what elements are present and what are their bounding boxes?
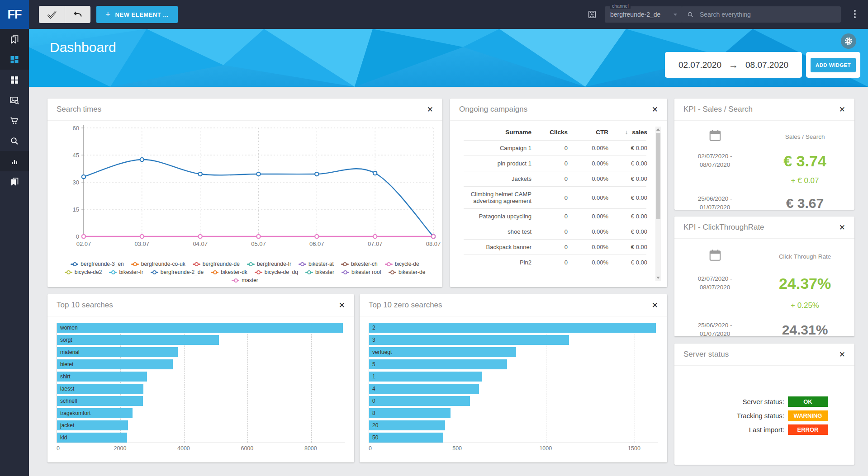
- add-widget-button[interactable]: ADD WIDGET: [811, 58, 856, 72]
- undo-button[interactable]: [65, 6, 90, 23]
- svg-text:05.07: 05.07: [251, 240, 266, 247]
- bar-row: sorgt: [57, 335, 345, 345]
- legend-item[interactable]: bergfreunde-2_de: [151, 269, 204, 275]
- close-icon[interactable]: ✕: [339, 302, 345, 309]
- close-icon[interactable]: ✕: [839, 224, 845, 231]
- more-options-icon[interactable]: [852, 10, 858, 19]
- widget-ongoing-campaigns: Ongoing campaigns ✕ Surname Clicks CTR ↓…: [450, 99, 667, 287]
- sidebar-item-library[interactable]: [0, 171, 29, 192]
- bar: 20: [369, 420, 445, 430]
- col-sales[interactable]: ↓ sales: [608, 126, 647, 140]
- table-cell: € 0.00: [608, 224, 647, 239]
- legend-label: master: [242, 277, 258, 283]
- widget-top-10-zero-searches: Top 10 zero searches ✕ 23verfuegt5140820…: [360, 294, 667, 462]
- search-times-legend: bergfreunde-3_enbergfreunde-co-ukbergfre…: [47, 259, 442, 283]
- table-row: shoe test00.00%€ 0.00: [464, 224, 646, 239]
- legend-marker: [71, 264, 78, 265]
- status-row: Last import:ERROR: [701, 424, 828, 435]
- table-scrollbar[interactable]: [655, 127, 661, 281]
- sidebar-item-pages[interactable]: [0, 29, 29, 49]
- close-icon[interactable]: ✕: [839, 351, 845, 358]
- legend-item[interactable]: bikester-ch: [341, 261, 378, 267]
- legend-item[interactable]: bergfreunde-de: [193, 261, 240, 267]
- app-logo[interactable]: FF: [0, 0, 29, 29]
- bar-row: 3: [369, 335, 658, 345]
- legend-item[interactable]: bikester-at: [299, 261, 334, 267]
- table-cell: Jackets: [464, 171, 531, 186]
- legend-item[interactable]: bergfreunde-co-uk: [131, 261, 185, 267]
- svg-text:06.07: 06.07: [309, 240, 324, 247]
- global-search: [681, 6, 841, 23]
- legend-item[interactable]: bergfreunde-3_en: [71, 261, 123, 267]
- sidebar-item-analytics[interactable]: [0, 151, 29, 171]
- legend-label: bikester-at: [308, 261, 334, 267]
- settings-button[interactable]: [841, 33, 856, 49]
- date-range-picker[interactable]: 02.07.2020 → 08.07.2020: [665, 52, 802, 78]
- close-icon[interactable]: ✕: [839, 106, 845, 113]
- delta-value: + 0.25%: [791, 301, 819, 310]
- status-label: Server status:: [701, 398, 788, 405]
- table-cell: 0: [531, 171, 568, 186]
- legend-marker: [232, 280, 239, 281]
- page-header: Dashboard 02.07.2020 → 08.07.2020 ADD WI…: [29, 29, 868, 87]
- col-ctr[interactable]: CTR: [568, 126, 608, 140]
- legend-item[interactable]: bikester-fr: [109, 269, 143, 275]
- table-row: Jackets00.00%€ 0.00: [464, 171, 646, 186]
- table-cell: 0: [531, 209, 568, 224]
- widget-server-status: Server status ✕ Server status:OKTracking…: [674, 344, 854, 465]
- current-range: 02/07/2020 - 08/07/2020: [698, 275, 732, 292]
- sidebar-item-search[interactable]: [0, 131, 29, 151]
- svg-text:08.07: 08.07: [426, 240, 441, 247]
- sidebar-item-merchandising[interactable]: [0, 110, 29, 131]
- sidebar-item-image-search[interactable]: [0, 90, 29, 110]
- legend-marker: [131, 264, 139, 265]
- legend-item[interactable]: master: [232, 277, 258, 283]
- bar-row: bietet: [57, 359, 345, 369]
- status-row: Tracking status:WARNING: [701, 410, 828, 421]
- bar-row: 50: [369, 433, 658, 443]
- bar: 4: [369, 384, 479, 394]
- close-icon[interactable]: ✕: [652, 302, 658, 309]
- bar: sorgt: [57, 335, 219, 345]
- bar: laesst: [57, 384, 143, 394]
- legend-item[interactable]: bikester roof: [342, 269, 381, 275]
- scroll-down-icon[interactable]: [656, 277, 660, 279]
- svg-text:0: 0: [76, 233, 79, 240]
- table-cell: Campaign 1: [464, 141, 531, 156]
- table-row: Climbing helmet CAMP advertising agreeme…: [464, 186, 646, 208]
- legend-item[interactable]: bicycle-de_dq: [255, 269, 298, 275]
- axis-tick-label: 8000: [304, 445, 317, 452]
- widget-title: Ongoing campaigns: [459, 105, 527, 114]
- new-element-button[interactable]: + NEW ELEMENT ...: [96, 6, 178, 23]
- close-icon[interactable]: ✕: [652, 106, 658, 113]
- widget-title: Top 10 zero searches: [369, 301, 442, 310]
- legend-item[interactable]: bikester-dk: [211, 269, 247, 275]
- channel-select[interactable]: channel bergfreunde-2_de: [605, 6, 683, 23]
- table-cell: 0: [531, 240, 568, 254]
- bar: 5: [369, 359, 507, 369]
- apply-changes-button[interactable]: [39, 6, 65, 23]
- legend-label: bicycle-de_dq: [265, 269, 298, 275]
- table-cell: € 0.00: [608, 187, 647, 208]
- bar-label: 3: [369, 337, 375, 343]
- legend-item[interactable]: bicycle-de: [385, 261, 419, 267]
- legend-item[interactable]: bicycle-de2: [65, 269, 102, 275]
- close-icon[interactable]: ✕: [427, 106, 433, 113]
- scrollbar-thumb[interactable]: [656, 133, 660, 219]
- scroll-up-icon[interactable]: [656, 128, 660, 131]
- col-surname[interactable]: Surname: [464, 126, 531, 140]
- col-clicks[interactable]: Clicks: [531, 126, 568, 140]
- axis-tick-label: 500: [452, 445, 462, 452]
- legend-item[interactable]: bikester: [305, 269, 334, 275]
- legend-item[interactable]: bergfreunde-fr: [247, 261, 291, 267]
- bar: 50: [369, 433, 443, 443]
- table-cell: 0: [531, 156, 568, 171]
- search-input[interactable]: [699, 10, 835, 19]
- channel-switch-icon[interactable]: [587, 9, 597, 19]
- search-times-chart: 01530456002.0703.0704.0705.0706.0707.070…: [47, 121, 442, 257]
- gear-icon: [844, 36, 854, 46]
- grid-icon: [9, 75, 20, 85]
- legend-item[interactable]: bikester-de: [389, 269, 425, 275]
- sidebar-item-widgets[interactable]: [0, 70, 29, 90]
- sidebar-item-dashboard[interactable]: [0, 49, 29, 70]
